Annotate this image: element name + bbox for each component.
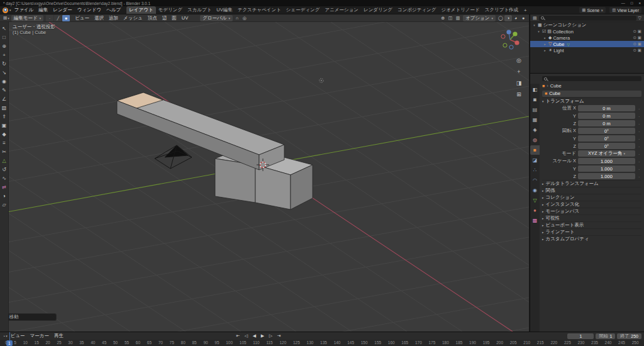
viewport-menu-item[interactable]: 辺 [160,15,170,21]
show-gizmo-icon[interactable]: ⊕ [439,15,447,21]
timeline-editor-icon[interactable]: ◔ [3,334,5,338]
collapsed-panel-header[interactable]: ▸ インスタンス化 [542,201,641,208]
timeline-menu-item[interactable]: 再生 [52,333,66,339]
measure-tool[interactable]: ∠ [0,94,8,103]
collection-checkbox[interactable]: ☑ [542,29,546,34]
menu-item[interactable]: レンダー [50,7,75,13]
tab-object-data[interactable]: ▽ [530,196,540,205]
value-field[interactable]: 0° ▾ [578,135,635,142]
tab-tool[interactable]: ◧ [530,85,540,94]
viewport-scene[interactable] [0,22,529,332]
viewport-visibility-icon[interactable]: ⊙ [633,48,636,53]
tab-physics[interactable]: ◠ [530,176,540,185]
frame-start-field[interactable]: 開始1 [596,333,615,339]
animate-property-icon[interactable]: ∙ [637,114,641,118]
animate-property-icon[interactable]: ∙ [637,129,641,133]
workspace-tab[interactable]: スクリプト作成 [482,6,521,14]
viewport-visibility-icon[interactable]: ⊙ [633,42,636,47]
maximize-button[interactable]: □ [631,1,633,5]
spin-tool[interactable]: ↺ [0,165,8,174]
collapsed-panel-header[interactable]: ▸ デルタトランスフォーム [542,180,641,187]
select-box-tool[interactable]: □ [0,33,8,42]
workspace-tab[interactable]: モデリング [156,6,185,14]
disclosure-icon[interactable]: ▾ [532,23,536,27]
value-field[interactable]: XYZ オイラー角 ▾ [578,150,635,157]
row-cube[interactable]: ▸ ▽ Cube ▽ ⊙ ▣ [530,41,644,47]
play-button[interactable]: ▶ [258,333,267,339]
viewport-visibility-icon[interactable]: ⊙ [633,35,636,40]
annotate-tool[interactable]: ✎ [0,86,8,94]
disclosure-icon[interactable]: ▸ [543,48,547,52]
workspace-tab[interactable]: UV編集 [214,6,235,14]
workspace-tab[interactable]: レイアウト [126,6,155,14]
mode-dropdown[interactable]: 編集モード ▾ [11,15,43,21]
perspective-toggle-icon[interactable]: ⊞ [514,90,523,99]
next-keyframe-button[interactable]: ▷ [267,333,275,339]
value-field[interactable]: 0° ▾ [578,143,635,149]
viewport-canvas[interactable]: ↖□⊕+↻↘◉✎∠▧⇑▣◆≡✂△↺∿⇄◑▱ ユーザー・透視投影 (1) Cube… [0,22,529,332]
menu-item[interactable]: 編集 [36,7,50,13]
object-name-field[interactable]: ■ Cube [542,91,641,97]
properties-search-input[interactable] [542,76,641,81]
row-camera[interactable]: ▸ ◆ Camera ⊙ ▣ [530,35,644,41]
collapsed-panel-header[interactable]: ▸ ラインアート [542,228,641,235]
render-visibility-icon[interactable]: ▣ [638,48,641,53]
current-frame-field[interactable]: 1 [567,333,594,339]
cursor-tool[interactable]: ⊕ [0,42,8,50]
viewport-visibility-icon[interactable]: ⊙ [633,29,636,34]
transform-panel-header[interactable]: ▾ トランスフォーム [542,98,641,104]
value-field[interactable]: 0° ▾ [578,128,635,134]
animate-property-icon[interactable]: ∙ [637,106,641,111]
value-field[interactable]: 1.000 ▾ [578,173,635,179]
poly-build-tool[interactable]: △ [0,156,8,165]
animate-property-icon[interactable]: ∙ [637,159,641,164]
blender-logo-icon[interactable] [3,8,8,13]
xray-icon[interactable]: ▥ [454,15,462,21]
menu-item[interactable]: ファイル [12,7,36,13]
unlink-scene-icon[interactable]: × [601,8,603,13]
filter-icon[interactable]: ▽ [638,16,641,21]
pan-icon[interactable]: + [514,67,523,76]
viewport-menu-item[interactable]: UV [179,15,191,21]
animate-property-icon[interactable]: ∙ [637,137,641,141]
tab-render[interactable]: ◙ [530,95,540,104]
proportional-edit-icon[interactable]: ◎ [241,15,248,21]
jump-to-end-button[interactable]: ⇥ [275,333,283,339]
workspace-tab[interactable]: コンポジティング [395,6,438,14]
solid-shading-button[interactable]: ◑ [504,15,512,21]
light-gizmo[interactable] [319,79,323,82]
app-menu-caret-icon[interactable]: ▾ [9,8,11,12]
tab-material[interactable]: ● [530,206,540,215]
add-cube-tool[interactable]: ▧ [0,103,8,112]
animate-property-icon[interactable]: ∙ [637,167,641,171]
play-reverse-button[interactable]: ◀ [250,333,258,339]
tab-object[interactable]: ■ [530,145,540,155]
render-visibility-icon[interactable]: ▣ [638,42,641,47]
timeline-ruler[interactable]: 0510152025303540455055606570758085909510… [0,340,644,346]
inset-faces-tool[interactable]: ▣ [0,121,8,130]
tab-modifiers[interactable]: ◪ [530,155,540,165]
tab-output[interactable]: ▤ [530,105,540,114]
transform-tool[interactable]: ◉ [0,77,8,86]
shear-tool[interactable]: ▱ [0,200,8,209]
tab-constraints[interactable]: ◉ [530,186,540,195]
extrude-region-tool[interactable]: ⇑ [0,112,8,121]
value-field[interactable]: 0 m ▾ [578,113,635,119]
timeline-menu-item[interactable]: マーカー [28,333,52,339]
viewport-menu-item[interactable]: 頂点 [145,15,160,21]
rendered-shading-button[interactable]: ● [519,15,527,21]
loop-cut-tool[interactable]: ≡ [0,138,8,147]
smooth-tool[interactable]: ∿ [0,174,8,182]
minimize-button[interactable]: — [621,1,625,5]
viewport-menu-item[interactable]: 追加 [106,15,121,21]
render-visibility-icon[interactable]: ▣ [638,29,641,34]
workspace-tab[interactable]: テクスチャペイント [235,6,284,14]
value-field[interactable]: 1.000 ▾ [578,158,635,164]
bevel-tool[interactable]: ◆ [0,130,8,138]
outliner-search-input[interactable] [539,16,636,21]
menu-item[interactable]: ウィンドウ [75,7,104,13]
collapsed-panel-header[interactable]: ▸ カスタムプロパティ [542,235,641,242]
workspace-tab[interactable]: レンダリング [361,6,395,14]
collapsed-panel-header[interactable]: ▸ 可視性 [542,215,641,221]
material-shading-button[interactable]: ◕ [512,15,519,21]
